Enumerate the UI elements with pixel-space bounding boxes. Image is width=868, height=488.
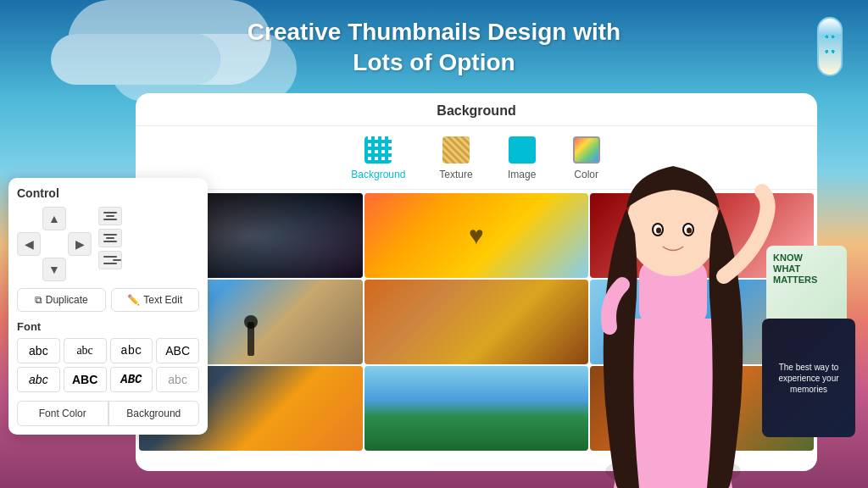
svg-point-8 <box>687 228 692 234</box>
arrow-bottomleft-empty <box>17 258 41 281</box>
know-line1: KNOW <box>773 252 840 263</box>
background-tab-label: Background <box>351 169 405 180</box>
grid-icon <box>364 136 392 164</box>
control-panel-title: Control <box>17 186 199 200</box>
arrow-right-button[interactable]: ▶ <box>68 232 92 256</box>
font-sample-sans[interactable]: abc <box>17 338 60 363</box>
text-edit-label: Text Edit <box>143 294 182 306</box>
background-color-tab[interactable]: Background <box>108 401 200 426</box>
text-edit-icon: ✏️ <box>127 294 140 306</box>
svg-point-7 <box>656 228 661 234</box>
deco-dots <box>822 22 837 71</box>
image-tab-label: Image <box>508 169 536 180</box>
align-center-button[interactable] <box>98 229 122 247</box>
image-tab-icon <box>507 135 537 165</box>
decorative-figure <box>809 17 851 93</box>
title-line2: Lots of Option <box>353 49 515 75</box>
align-line3 <box>103 219 117 220</box>
align-right-button[interactable] <box>98 251 122 269</box>
arrow-topright-empty <box>68 207 92 230</box>
floating-card-memories: The best way to experience your memories <box>762 319 855 437</box>
duplicate-label: Duplicate <box>46 294 88 306</box>
text-edit-button[interactable]: ✏️ Text Edit <box>111 288 200 312</box>
align-buttons <box>98 207 122 269</box>
texture-tab-label: Texture <box>439 169 472 180</box>
align-cline3 <box>103 241 117 242</box>
control-arrows-section: ▲ ◀ ▶ ▼ <box>17 207 199 281</box>
know-what-matters-text: KNOW WHAT MATTERS <box>773 252 840 286</box>
control-panel: Control ▲ ◀ ▶ ▼ <box>8 178 208 435</box>
font-sample-bold[interactable]: ABC <box>64 367 107 392</box>
font-grid: abc abc abc ABC abc ABC ABC abc <box>17 338 199 392</box>
memories-card-text: The best way to experience your memories <box>769 362 849 395</box>
font-color-tab[interactable]: Font Color <box>17 401 108 426</box>
align-cline1 <box>103 234 117 236</box>
surfer-figure <box>248 322 254 356</box>
action-buttons: ⧉ Duplicate ✏️ Text Edit <box>17 288 199 312</box>
align-rline3 <box>103 263 117 264</box>
tab-image[interactable]: Image <box>507 135 537 180</box>
tab-texture[interactable]: Texture <box>439 135 472 180</box>
font-sample-serif[interactable]: abc <box>64 338 107 363</box>
font-section-title: Font <box>17 320 199 333</box>
arrow-topleft-empty <box>17 207 41 230</box>
texture-tab-icon <box>441 135 471 165</box>
arrow-bottomright-empty <box>68 258 92 281</box>
know-line2: WHAT <box>773 263 840 274</box>
duplicate-button[interactable]: ⧉ Duplicate <box>17 288 106 312</box>
image-icon <box>509 136 536 164</box>
texture-icon <box>442 136 470 164</box>
background-tab-icon <box>363 135 393 165</box>
align-rline2 <box>113 259 121 261</box>
color-tabs: Font Color Background <box>17 401 199 426</box>
font-sample-italic[interactable]: abc <box>17 367 60 392</box>
font-sample-thin[interactable]: abc <box>156 367 199 392</box>
arrow-down-button[interactable]: ▼ <box>42 258 66 281</box>
know-line3: MATTERS <box>773 274 840 286</box>
arrow-pad: ▲ ◀ ▶ ▼ <box>17 207 92 281</box>
arrow-left-button[interactable]: ◀ <box>17 232 41 256</box>
font-sample-caps[interactable]: ABC <box>156 338 199 363</box>
align-rline1 <box>103 256 117 258</box>
align-line1 <box>103 212 117 214</box>
duplicate-icon: ⧉ <box>35 294 42 306</box>
align-left-button[interactable] <box>98 207 122 225</box>
arrow-up-button[interactable]: ▲ <box>42 207 66 230</box>
align-line2 <box>106 215 114 217</box>
tab-background[interactable]: Background <box>351 135 405 180</box>
font-sample-mono[interactable]: abc <box>110 338 153 363</box>
font-sample-bolditalic[interactable]: ABC <box>110 367 153 392</box>
align-cline2 <box>106 237 114 239</box>
title-line1: Creative Thumbnails Design with <box>248 19 620 45</box>
arrow-center-empty <box>42 232 66 256</box>
